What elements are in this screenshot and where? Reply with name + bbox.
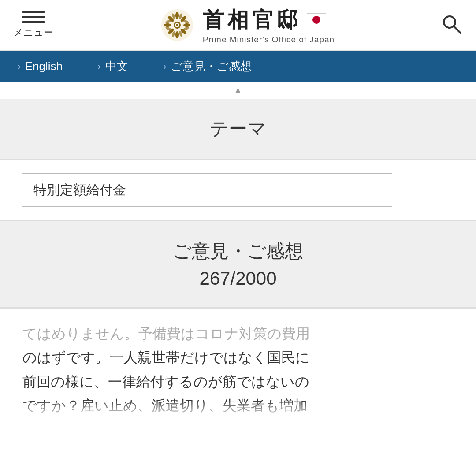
chevron-icon: › xyxy=(164,61,167,71)
site-header: メニュー xyxy=(0,0,476,51)
text-content-section: てはめりません。予備費はコロナ対策の費用 のはずです。一人親世帯だけではなく国民… xyxy=(0,308,476,418)
scroll-indicator: ▲ xyxy=(0,82,476,99)
menu-button[interactable]: メニュー xyxy=(13,11,53,39)
topic-input[interactable] xyxy=(22,173,392,207)
site-title-jp-row: 首相官邸 xyxy=(203,6,326,34)
site-title-english: Prime Minister's Office of Japan xyxy=(203,35,335,45)
search-button[interactable] xyxy=(441,13,463,37)
japan-flag-icon xyxy=(307,13,326,26)
nav-item-english[interactable]: › English xyxy=(13,51,80,82)
opinion-section: ご意見・ご感想 267/2000 xyxy=(0,221,476,307)
svg-line-21 xyxy=(454,26,461,33)
nav-opinions-label: ご意見・ご感想 xyxy=(171,59,252,74)
site-logo-area: 首相官邸 Prime Minister's Office of Japan xyxy=(160,6,335,45)
site-title-block: 首相官邸 Prime Minister's Office of Japan xyxy=(203,6,335,45)
site-title-japanese: 首相官邸 xyxy=(203,6,301,34)
svg-point-4 xyxy=(164,23,171,27)
theme-label: テーマ xyxy=(210,116,266,141)
opinion-count: 267/2000 xyxy=(199,268,276,289)
nav-item-opinions[interactable]: › ご意見・ご感想 xyxy=(146,51,270,82)
emblem-icon xyxy=(160,7,195,43)
svg-point-19 xyxy=(176,24,178,26)
text-line-4: ですか？雇い止め、派遣切り、失業者も増加 xyxy=(22,394,454,417)
chevron-icon: › xyxy=(18,61,21,71)
nav-item-chinese[interactable]: › 中文 xyxy=(80,51,146,82)
flag-circle xyxy=(312,16,320,24)
theme-section: テーマ xyxy=(0,99,476,159)
svg-point-5 xyxy=(183,23,190,27)
topic-input-section xyxy=(0,160,476,220)
scroll-up-icon: ▲ xyxy=(234,85,242,95)
menu-label: メニュー xyxy=(13,26,53,39)
text-line-1: てはめりません。予備費はコロナ対策の費用 xyxy=(22,322,454,346)
language-nav: › English › 中文 › ご意見・ご感想 xyxy=(0,51,476,82)
hamburger-icon xyxy=(22,11,45,23)
text-line-2: のはずです。一人親世帯だけではなく国民に xyxy=(22,346,454,369)
svg-point-3 xyxy=(175,31,179,38)
search-icon xyxy=(441,13,463,35)
chevron-icon: › xyxy=(98,61,101,71)
nav-english-label: English xyxy=(25,60,63,73)
opinion-label: ご意見・ご感想 xyxy=(173,239,303,264)
nav-chinese-label: 中文 xyxy=(105,59,128,74)
text-line-3: 前回の様に、一律給付するのが筋ではないの xyxy=(22,370,454,394)
svg-point-2 xyxy=(175,12,179,19)
